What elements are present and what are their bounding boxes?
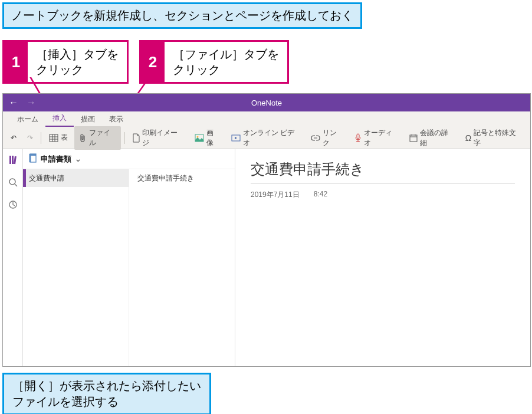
svg-line-17 <box>15 184 17 186</box>
table-label: 表 <box>61 133 68 143</box>
svg-rect-0 <box>50 134 58 142</box>
audio-label: オーディオ <box>364 128 399 148</box>
page-meta: 2019年7月11日 8:42 <box>251 190 515 200</box>
redo-icon: ↷ <box>27 134 33 142</box>
file-label: ファイル <box>89 128 117 148</box>
recent-icon[interactable] <box>8 200 18 212</box>
onenote-window: ← → OneNote ホーム 挿入 描画 表示 ↶ ↷ 表 ファイル <box>2 93 531 367</box>
step-box-1: 1 ［挿入］タブを クリック <box>2 40 129 84</box>
page-content[interactable]: 交通費申請手続き 2019年7月11日 8:42 <box>235 149 530 366</box>
step-text-2: ［ファイル］タブを クリック <box>165 42 287 82</box>
step-boxes-container: 1 ［挿入］タブを クリック 2 ［ファイル］タブを クリック <box>2 40 289 84</box>
instructional-callout-top: ノートブックを新規作成し、セクションとページを作成しておく <box>2 2 362 29</box>
notebooks-icon[interactable] <box>8 155 18 167</box>
meeting-label: 会議の詳細 <box>420 128 455 148</box>
instructional-callout-bottom: ［開く］が表示されたら添付したい ファイルを選択する <box>2 373 211 414</box>
step-text-1: ［挿入］タブを クリック <box>28 42 127 82</box>
section-item[interactable]: 交通費申請 <box>23 169 129 187</box>
nav-lists: 交通費申請 交通費申請手続き <box>23 169 235 366</box>
svg-point-16 <box>9 179 15 185</box>
calendar-icon <box>409 134 418 142</box>
table-button[interactable]: 表 <box>45 131 72 144</box>
tab-home[interactable]: ホーム <box>10 112 45 127</box>
toolbar-separator <box>124 132 125 144</box>
section-name: 交通費申請 <box>29 173 64 183</box>
notebook-name: 申請書類 <box>41 154 71 165</box>
section-list: 交通費申請 <box>23 169 129 366</box>
picture-button[interactable]: 画像 <box>191 126 224 150</box>
titlebar: ← → OneNote <box>3 94 530 111</box>
page-list-label: 交通費申請手続き <box>137 173 194 183</box>
page-date: 2019年7月11日 <box>251 190 300 200</box>
video-icon <box>231 134 241 142</box>
callout-bottom-line2: ファイルを選択する <box>12 395 119 408</box>
undo-icon: ↶ <box>11 134 17 142</box>
page-list: 交通費申請手続き <box>129 169 235 366</box>
link-label: リンク <box>323 128 343 148</box>
redo-button[interactable]: ↷ <box>23 132 37 144</box>
back-arrow-icon[interactable]: ← <box>9 97 18 108</box>
ribbon-tabs: ホーム 挿入 描画 表示 <box>3 111 530 127</box>
svg-rect-8 <box>357 134 359 139</box>
microphone-icon <box>354 133 362 143</box>
app-body: 申請書類 ⌄ 交通費申請 交通費申請手続き 交通費申請手続き 2019 <box>3 149 530 366</box>
toolbar-separator <box>41 132 41 144</box>
left-rail <box>3 149 23 366</box>
picture-label: 画像 <box>206 128 220 148</box>
search-icon[interactable] <box>8 178 18 189</box>
svg-rect-13 <box>9 156 11 164</box>
titlebar-left: ← → <box>3 94 36 111</box>
online-video-label: オンライン ビデオ <box>243 128 301 148</box>
callout-top-text: ノートブックを新規作成し、セクションとページを作成しておく <box>11 9 353 22</box>
callout-bottom-line1: ［開く］が表示されたら添付したい <box>12 379 201 392</box>
tab-insert[interactable]: 挿入 <box>45 111 74 127</box>
step-number-2: 2 <box>141 42 165 82</box>
symbol-button[interactable]: Ω 記号と特殊文字 <box>461 126 527 150</box>
symbol-label: 記号と特殊文字 <box>474 128 523 148</box>
navigation-column: 申請書類 ⌄ 交通費申請 交通費申請手続き <box>23 149 235 366</box>
table-icon <box>49 133 58 143</box>
step-box-2: 2 ［ファイル］タブを クリック <box>139 40 289 84</box>
notebook-selector[interactable]: 申請書類 ⌄ <box>23 149 235 169</box>
forward-arrow-icon[interactable]: → <box>27 97 36 108</box>
ribbon-toolbar: ↶ ↷ 表 ファイル 印刷イメージ <box>3 127 530 149</box>
app-title: OneNote <box>251 98 282 107</box>
printout-button[interactable]: 印刷イメージ <box>129 126 188 150</box>
link-icon <box>311 135 320 141</box>
svg-rect-14 <box>12 156 14 164</box>
svg-rect-9 <box>410 135 417 142</box>
notebook-icon <box>29 153 37 165</box>
document-icon <box>133 133 140 143</box>
step-number-1: 1 <box>4 42 28 82</box>
picture-icon <box>195 134 204 142</box>
chevron-down-icon: ⌄ <box>75 155 81 163</box>
undo-button[interactable]: ↶ <box>6 132 21 144</box>
tab-view[interactable]: 表示 <box>102 112 130 127</box>
file-button[interactable]: ファイル <box>74 126 121 150</box>
page-time: 8:42 <box>314 190 327 200</box>
page-list-item[interactable]: 交通費申請手続き <box>129 169 235 187</box>
audio-button[interactable]: オーディオ <box>350 126 403 150</box>
online-video-button[interactable]: オンライン ビデオ <box>227 126 305 150</box>
tab-draw[interactable]: 描画 <box>74 112 102 127</box>
printout-label: 印刷イメージ <box>142 128 184 148</box>
svg-rect-15 <box>14 156 17 164</box>
paperclip-icon <box>78 133 87 143</box>
link-button[interactable]: リンク <box>307 126 347 150</box>
meeting-button[interactable]: 会議の詳細 <box>405 126 459 150</box>
omega-icon: Ω <box>465 133 471 143</box>
page-title[interactable]: 交通費申請手続き <box>251 160 515 184</box>
